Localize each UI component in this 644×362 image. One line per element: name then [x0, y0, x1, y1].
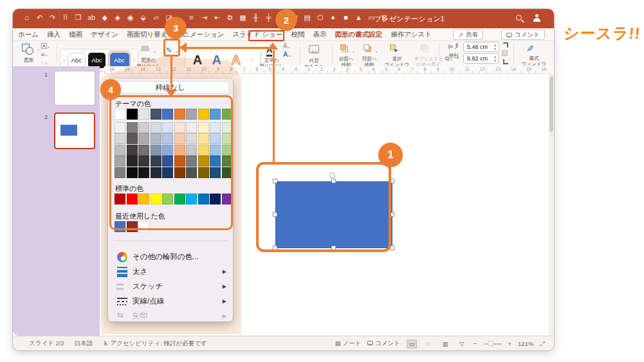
slide-thumbnail-1[interactable] [54, 71, 95, 105]
selection-pane-icon: ➤ [390, 44, 398, 53]
reading-view-button[interactable]: ▥ [440, 339, 450, 348]
tab-ホーム[interactable]: ホーム [18, 30, 39, 39]
share-button[interactable]: ↗ 共有 [453, 30, 483, 40]
lines-icon[interactable]: ⧄⌄ [41, 51, 51, 58]
scrollbar-thumb[interactable] [549, 77, 553, 132]
glyph-icon: ◉ [127, 14, 134, 22]
shape-style-option-2[interactable]: Abc [88, 53, 106, 68]
glyph-icon: ■ [342, 14, 349, 22]
gallery-prev-button[interactable]: ‹ [63, 57, 65, 64]
callout-step-4: 4 [100, 79, 121, 100]
glyph-icon: ⬡ [317, 14, 324, 22]
glyph-icon: 1 [320, 66, 323, 73]
menu-item-label: 実線/点線 [133, 296, 217, 306]
tab-デザイン[interactable]: デザイン [91, 30, 118, 39]
zoom-percentage[interactable]: 121% [518, 340, 533, 347]
tab-描画[interactable]: 描画 [69, 30, 82, 39]
search-icon[interactable] [516, 15, 522, 21]
tab-図形の書式設定[interactable]: 図形の書式設定 [335, 30, 382, 39]
glyph-icon: ▤ [304, 14, 311, 22]
annotation-arrow-left [179, 42, 187, 53]
vertical-scrollbar[interactable] [549, 74, 554, 336]
slide-counter[interactable]: スライド 2/2 [29, 339, 64, 348]
group-icon[interactable]: ⧉⌄ [445, 55, 453, 62]
glyph-icon: 12 [480, 66, 485, 73]
accessibility-status[interactable]: ♿ アクセシビリティ: 検討が必要です [103, 339, 207, 348]
comment-icon [367, 341, 373, 345]
menu-item[interactable]: スケッチ▶ [111, 279, 230, 294]
shape-style-option-1[interactable]: Abc [68, 53, 86, 68]
submenu-arrow-icon: ▶ [223, 313, 226, 319]
menu-item[interactable]: その他の輪郭の色... [111, 249, 230, 264]
glyph-icon: 5 [269, 66, 271, 73]
format-pane-button[interactable]: ✎ 書式 ウィンドウ [521, 43, 547, 67]
selection-pane-button[interactable]: ➤ 選択 ウインドウ [385, 44, 410, 68]
language-indicator[interactable]: 日本語 [75, 339, 93, 348]
accessibility-icon: ♿ [103, 339, 109, 347]
slide-number: 1 [39, 71, 48, 78]
annotation-box-format-tab [248, 30, 284, 41]
chevron-down-icon: ⌄ [351, 49, 355, 53]
wordart-next-button[interactable]: › [250, 57, 252, 64]
text-outline-icon[interactable]: A⌄ [283, 42, 291, 50]
status-bar: スライド 2/2 日本語 ♿ アクセシビリティ: 検討が必要です ▤ ノート コ… [13, 336, 554, 350]
menu-item[interactable]: 実線/点線▶ [111, 294, 230, 309]
shape-circle-icon [26, 47, 33, 55]
slide-sorter-view-button[interactable]: ∷ [423, 339, 434, 348]
tab-挿入[interactable]: 挿入 [47, 30, 60, 39]
text-effects-icon[interactable]: A⌄ [283, 51, 291, 58]
bring-front-button[interactable]: ⌄ 前面へ 移動 [337, 44, 357, 68]
slideshow-button[interactable]: ▽ [457, 339, 467, 348]
send-back-button[interactable]: ⌄ 背面へ 移動 [360, 44, 380, 68]
shape-tools-column[interactable]: 🄰⌄ ⧄⌄ ◌⌄ [41, 43, 51, 66]
tab-操作アシスト[interactable]: 操作アシスト [391, 30, 432, 39]
glyph-icon: 6 [398, 66, 400, 73]
lock-ratio-checkbox[interactable] [502, 50, 508, 56]
slide-number: 2 [39, 114, 48, 120]
palette-icon [117, 252, 127, 262]
shapes-group-label: 図形 [19, 58, 39, 64]
zoom-slider-knob[interactable] [488, 341, 493, 347]
reorder-objects-button: オブジェクト の並べ替え [412, 44, 445, 68]
stepper-arrows[interactable]: ▲▼ [493, 43, 497, 51]
glyph-icon: ⌂ [23, 14, 30, 22]
merge-shapes-icon[interactable]: ◌⌄ [41, 60, 51, 66]
zoom-out-button[interactable]: − [474, 340, 477, 347]
glyph-icon: ⇥ [201, 14, 208, 22]
slide-thumbnail-2-selected[interactable] [54, 113, 95, 149]
shape-style-option-3[interactable]: Abc [110, 53, 129, 68]
glyph-icon: 16 [542, 66, 547, 73]
site-logo: シースラ!! [562, 23, 641, 44]
stepper-arrows[interactable]: ▲▼ [493, 55, 497, 62]
account-icon[interactable] [533, 14, 540, 22]
text-box-icon[interactable]: 🄰⌄ [41, 43, 51, 50]
comments-button[interactable]: コメント [501, 30, 545, 40]
quick-access-icons[interactable]: ⌂↶↷⠿❒ab◆◈◉⬙▱◪ [23, 14, 172, 22]
tab-画面切り替え[interactable]: 画面切り替え [127, 30, 168, 39]
menu-item[interactable]: 太さ▶ [111, 264, 230, 279]
shape-width-input[interactable]: 8.82 cm▲▼ [463, 53, 499, 64]
zoom-slider[interactable] [484, 343, 502, 345]
fit-to-window-icon[interactable]: ⤢ [540, 340, 545, 348]
wordart-style-3[interactable]: A [231, 53, 240, 68]
chevron-down-icon: ⌄ [152, 49, 156, 53]
comments-toggle-button[interactable]: コメント [367, 339, 400, 348]
zoom-in-button[interactable]: + [508, 340, 512, 347]
submenu-arrow-icon: ▶ [223, 284, 226, 289]
glyph-icon: 4 [372, 66, 374, 73]
thumbnail-shape [60, 125, 77, 136]
glyph-icon: 8 [424, 66, 427, 73]
weight-icon [117, 267, 127, 277]
tab-校閲[interactable]: 校閲 [291, 30, 304, 39]
reorder-objects-icon [421, 44, 429, 53]
glyph-icon: 9 [437, 66, 439, 73]
tab-表示[interactable]: 表示 [313, 30, 326, 39]
notes-button[interactable]: ▤ ノート [335, 339, 362, 348]
glyph-icon: ↷ [49, 14, 56, 22]
annotation-box-outline-button [163, 39, 180, 57]
shape-height-input[interactable]: 5.46 cm▲▼ [463, 42, 499, 52]
glyph-icon: ↶ [36, 14, 43, 22]
dash-icon [117, 296, 127, 307]
normal-view-button[interactable]: ▭ [407, 339, 417, 348]
glyph-icon: 7 [410, 66, 413, 73]
